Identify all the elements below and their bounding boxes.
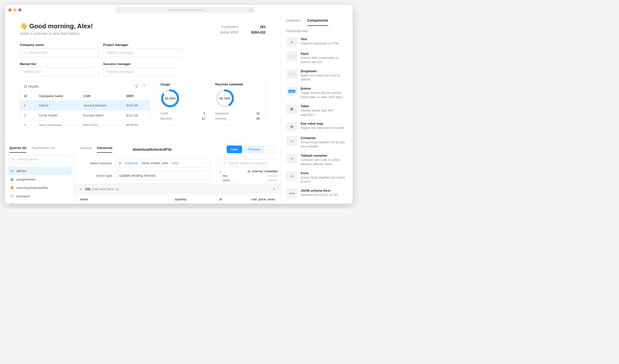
sheets-icon: ▦ [10, 177, 14, 181]
page-title: 👋Good morning, Alex! [20, 22, 93, 30]
component-container[interactable]: ▭ContainerGroup things together into gro… [281, 134, 353, 151]
mrr-label: Active MRR [220, 30, 238, 34]
chevron-down-icon [205, 162, 208, 165]
titlebar [5, 5, 353, 15]
tab-transformers[interactable]: Transformers (5) [31, 146, 55, 153]
tab-queries[interactable]: Queries (5) [9, 146, 26, 153]
query-panel: Queries (5) Transformers (5) Search quer… [5, 143, 74, 204]
chevron-down-icon [176, 51, 179, 54]
records-title: Records validated [215, 82, 260, 86]
col-csm[interactable]: CSM [79, 92, 122, 101]
svg-point-9 [12, 158, 14, 160]
right-sidebar: Inspector Components Frequently used ATe… [281, 15, 353, 204]
schema-column[interactable]: keyvarchar [219, 174, 278, 178]
usage-metric: Usage 83.33% Used5 Monthly12 [160, 82, 205, 120]
close-icon[interactable] [8, 8, 11, 11]
search-input[interactable] [116, 7, 255, 13]
svg-line-12 [225, 164, 226, 165]
tab-inspector[interactable]: Inspector [286, 18, 301, 26]
query-item-allfiles[interactable]: ⛁allFiles [7, 167, 72, 175]
project-manager-select[interactable]: Select a manager [103, 48, 182, 57]
col-id[interactable]: id [20, 92, 35, 101]
window-controls [8, 8, 21, 11]
global-search [21, 7, 349, 13]
subscription-panel: Active subscription Analytics Initech Cu… [155, 81, 266, 126]
input-icon [286, 52, 297, 61]
button-icon: Action [286, 87, 297, 96]
wave-icon: 👋 [20, 22, 28, 30]
component-json-form[interactable]: JSONJSON schema formGenerate forms from … [281, 186, 353, 201]
component-keyvalue[interactable]: ▤Key value mapDisplay key value pairs in… [281, 119, 353, 134]
query-item-testname[interactable]: ⛁testName [7, 192, 72, 200]
svg-point-11 [223, 162, 225, 164]
filter-icon[interactable] [135, 84, 139, 88]
search-icon [249, 8, 252, 12]
market-tier-select[interactable]: Select a tier [20, 67, 99, 76]
component-button[interactable]: ActionButtonTrigger actions like run que… [281, 84, 353, 102]
table-icon: ▦ [286, 104, 297, 114]
component-input[interactable]: InputControl other components or queries… [281, 49, 353, 67]
more-button[interactable]: ⋯ [266, 146, 275, 153]
query-editor: General Advanced downloadSelectedFile Sa… [74, 143, 281, 204]
schema-column[interactable]: valuevarchar [219, 178, 278, 182]
query-search-input[interactable]: Search query [8, 155, 71, 163]
component-form[interactable]: ▭FormGroup inputs together and submit at… [281, 169, 353, 186]
svg-point-2 [24, 51, 26, 53]
chevron-down-icon [93, 70, 96, 73]
mrr-value: $284,432 [246, 30, 266, 34]
query-item-query4[interactable]: ⛁query_4 [7, 200, 72, 204]
component-table[interactable]: ▦TableDisplay tabular data with paginati… [281, 102, 353, 119]
dropdown-icon: ⌄ [286, 69, 297, 79]
component-text[interactable]: ATextSupports markdown or HTML. [281, 35, 353, 49]
component-dropdown[interactable]: ⌄DropdownSelect one value from a list of… [281, 67, 353, 84]
schema-table-name[interactable]: ⌄ar_internal_metadata [219, 169, 278, 174]
result-toast: ✔ 231 rows returned in 3s × [74, 184, 281, 194]
svg-marker-4 [135, 85, 138, 88]
frequently-used-label: Frequently used [281, 26, 353, 35]
maximize-icon[interactable] [18, 8, 21, 11]
customers-table: 12 results id Company name CSM MRR [20, 81, 150, 126]
table-row[interactable]: 1InitechJessica Mohaim$321.50 [20, 101, 149, 110]
fire-icon: 🔥 [10, 186, 14, 190]
tab-components[interactable]: Components [307, 18, 328, 26]
save-button[interactable]: Save [227, 146, 242, 153]
action-type-select[interactable]: Update existing records [116, 171, 211, 180]
project-manager-label: Project manager [103, 43, 182, 47]
tab-general[interactable]: General [80, 146, 91, 152]
chevron-down-icon [204, 174, 207, 177]
results-count: 12 results [24, 84, 39, 88]
query-name: downloadSelectedFile [133, 147, 172, 151]
minimize-icon[interactable] [13, 8, 16, 11]
company-search-input[interactable]: Search here [20, 48, 99, 57]
svg-point-0 [249, 9, 251, 11]
table-row[interactable]: 2Circle HealthDuncan Idaho$111.00 [20, 110, 149, 120]
col-company[interactable]: Company name [35, 92, 79, 101]
check-icon: ✔ [80, 187, 83, 191]
keyvalue-icon: ▤ [286, 122, 297, 131]
table-row[interactable]: 3Yogi sportswearMaya Gao$438.50 [20, 120, 149, 126]
component-list: ATextSupports markdown or HTML. InputCon… [281, 35, 353, 201]
col-mrr[interactable]: MRR [122, 92, 149, 101]
success-manager-select[interactable]: Select a manager [103, 67, 182, 76]
query-item-download[interactable]: 🔥downloadSelectedFile [7, 183, 72, 192]
tab-advanced[interactable]: Advanced [97, 146, 112, 153]
schema-search-input[interactable]: Search tables or columns [219, 159, 278, 167]
page-subtitle: Select a customer to view their metrics. [20, 32, 93, 36]
success-manager-label: Success manager [103, 62, 182, 66]
svg-line-10 [14, 160, 15, 161]
data-table: id Company name CSM MRR 1InitechJessica … [20, 91, 149, 126]
chevron-down-icon: ⌄ [219, 170, 222, 173]
usage-title: Usage [160, 82, 205, 86]
preview-button[interactable]: Preview [245, 146, 264, 153]
refresh-icon[interactable] [142, 84, 146, 88]
database-icon: ⛁ [10, 169, 14, 173]
close-icon[interactable]: × [273, 187, 275, 191]
records-metric: Records validated 40.78% Validated31 Mon… [215, 82, 260, 120]
customers-label: Customers [221, 25, 238, 29]
chevron-down-icon [176, 70, 179, 73]
component-tabbed[interactable]: ▭Tabbed containerContainer with a tab to… [281, 151, 353, 169]
summary-stats: Customers281 Active MRR$284,432 [220, 25, 266, 34]
market-tier-label: Market tier [20, 62, 99, 66]
resource-select[interactable]: ⛁ postgresql retool_emailer_write write [116, 159, 211, 168]
query-item-googlesheets[interactable]: ▦googlesheets [7, 175, 72, 183]
